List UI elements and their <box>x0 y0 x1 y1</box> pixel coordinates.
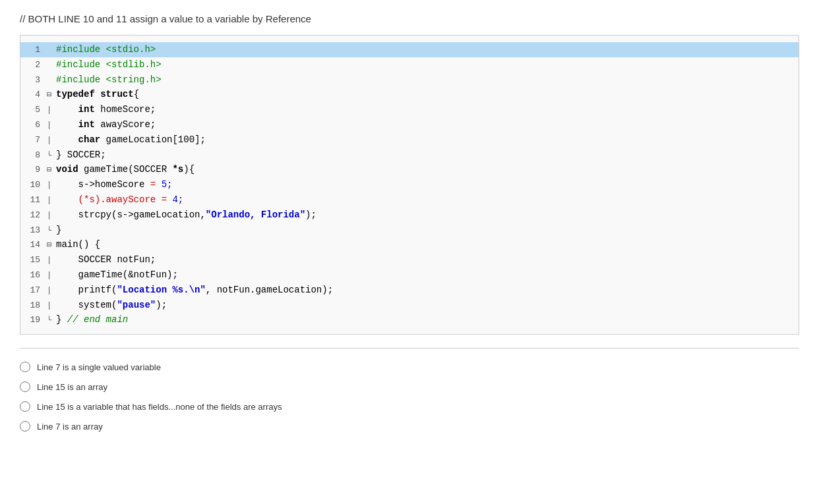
line-gutter: | <box>47 254 56 267</box>
code-line-8: 8└} SOCCER; <box>20 148 799 163</box>
line-number: 13 <box>26 224 47 238</box>
line-number: 17 <box>26 284 47 298</box>
header-comment: // BOTH LINE 10 and 11 assign a value to… <box>20 13 799 24</box>
line-gutter: | <box>47 119 56 132</box>
code-line-6: 6| int awayScore; <box>20 117 799 132</box>
option-row-1[interactable]: Line 7 is a single valued variable <box>20 362 799 372</box>
line-number: 8 <box>26 149 47 163</box>
code-line-16: 16| gameTime(&notFun); <box>20 267 799 283</box>
code-line-10: 10| s->homeScore = 5; <box>20 177 799 192</box>
code-container: 1#include <stdio.h>2#include <stdlib.h>3… <box>20 35 799 335</box>
code-line-13: 13└} <box>20 223 799 238</box>
code-text: int homeScore; <box>56 102 156 117</box>
options-section: Line 7 is a single valued variableLine 1… <box>20 362 799 432</box>
code-text: (*s).awayScore = 4; <box>56 192 183 207</box>
code-text: int awayScore; <box>56 117 156 132</box>
code-text: #include <stdlib.h> <box>56 57 162 72</box>
code-text: } SOCCER; <box>56 148 106 162</box>
code-text: printf("Location %s.\n", notFun.gameLoca… <box>56 283 333 297</box>
line-gutter: ⊟ <box>47 239 56 252</box>
code-text: void gameTime(SOCCER *s){ <box>56 162 195 177</box>
option-label-3: Line 15 is a variable that has fields...… <box>37 402 282 412</box>
line-number: 6 <box>26 119 47 132</box>
code-text: char gameLocation[100]; <box>56 132 206 147</box>
line-gutter: └ <box>47 150 56 162</box>
code-line-18: 18| system("pause"); <box>20 298 799 313</box>
line-number: 3 <box>26 74 47 88</box>
line-number: 4 <box>26 88 47 102</box>
line-number: 9 <box>26 163 47 177</box>
line-gutter: | <box>47 104 56 117</box>
line-number: 15 <box>26 254 47 267</box>
code-line-15: 15| SOCCER notFun; <box>20 252 799 267</box>
line-number: 2 <box>26 59 47 72</box>
code-line-1: 1#include <stdio.h> <box>20 42 799 57</box>
line-gutter: | <box>47 210 56 222</box>
line-number: 5 <box>26 103 47 117</box>
line-number: 10 <box>26 179 47 192</box>
radio-opt3[interactable] <box>20 401 30 412</box>
code-line-14: 14⊟main() { <box>20 237 799 252</box>
code-line-3: 3#include <string.h> <box>20 72 799 88</box>
code-line-11: 11| (*s).awayScore = 4; <box>20 192 799 208</box>
option-label-4: Line 7 is an array <box>37 422 103 432</box>
code-line-17: 17| printf("Location %s.\n", notFun.game… <box>20 283 799 298</box>
code-line-5: 5| int homeScore; <box>20 102 799 117</box>
code-line-12: 12| strcpy(s->gameLocation,"Orlando, Flo… <box>20 208 799 223</box>
line-gutter: | <box>47 269 56 282</box>
line-number: 14 <box>26 238 47 252</box>
line-number: 19 <box>26 314 47 327</box>
option-label-1: Line 7 is a single valued variable <box>37 362 161 372</box>
option-row-3[interactable]: Line 15 is a variable that has fields...… <box>20 401 799 412</box>
line-number: 11 <box>26 194 47 208</box>
option-row-4[interactable]: Line 7 is an array <box>20 421 799 432</box>
code-line-19: 19└} // end main <box>20 312 799 327</box>
code-text: } // end main <box>56 312 128 327</box>
code-text: system("pause"); <box>56 298 167 312</box>
code-text: } <box>56 223 61 237</box>
code-text: #include <stdio.h> <box>56 42 156 57</box>
line-gutter: | <box>47 179 56 192</box>
code-text: strcpy(s->gameLocation,"Orlando, Florida… <box>56 208 317 222</box>
radio-opt1[interactable] <box>20 362 30 372</box>
option-row-2[interactable]: Line 15 is an array <box>20 381 799 392</box>
code-line-9: 9⊟void gameTime(SOCCER *s){ <box>20 162 799 177</box>
line-gutter: └ <box>47 314 56 327</box>
line-number: 1 <box>26 43 47 57</box>
line-number: 7 <box>26 134 47 148</box>
line-gutter: | <box>47 134 56 147</box>
line-gutter: | <box>47 194 56 207</box>
line-number: 16 <box>26 269 47 283</box>
radio-opt4[interactable] <box>20 421 30 432</box>
section-divider <box>20 348 799 349</box>
line-gutter: | <box>47 285 56 297</box>
line-gutter: | <box>47 300 56 312</box>
line-gutter: ⊟ <box>47 89 56 101</box>
code-text: #include <string.h> <box>56 72 162 87</box>
radio-opt2[interactable] <box>20 381 30 392</box>
code-line-7: 7| char gameLocation[100]; <box>20 132 799 148</box>
code-line-2: 2#include <stdlib.h> <box>20 57 799 72</box>
code-text: s->homeScore = 5; <box>56 177 172 192</box>
line-gutter: ⊟ <box>47 164 56 177</box>
code-text: gameTime(&notFun); <box>56 267 178 282</box>
line-number: 12 <box>26 209 47 223</box>
line-gutter: └ <box>47 225 56 237</box>
code-text: typedef struct{ <box>56 87 139 101</box>
line-number: 18 <box>26 299 47 313</box>
option-label-2: Line 15 is an array <box>37 382 107 392</box>
code-text: main() { <box>56 237 100 252</box>
code-text: SOCCER notFun; <box>56 252 156 267</box>
code-line-4: 4⊟typedef struct{ <box>20 87 799 102</box>
